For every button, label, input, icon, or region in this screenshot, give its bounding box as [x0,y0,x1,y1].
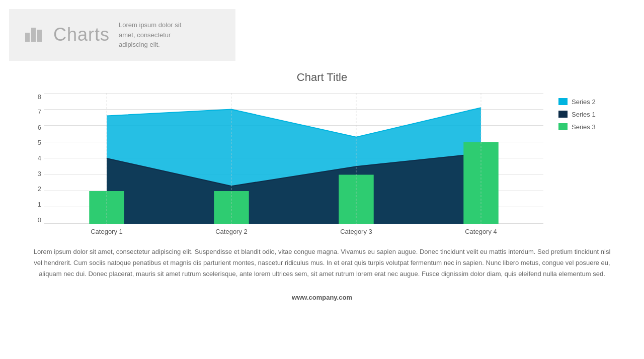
legend-series2-label: Series 2 [572,98,596,106]
legend-series1: Series 1 [558,111,614,118]
y-label-7: 7 [30,108,41,116]
header-banner: Charts Lorem ipsum dolor sit amet, conse… [9,9,235,61]
y-label-1: 1 [30,201,41,208]
y-label-5: 5 [30,139,41,146]
chart-plot [44,93,543,224]
x-label-cat4: Category 4 [419,228,543,235]
chart-svg [44,93,543,224]
legend: Series 2 Series 1 Series 3 [558,93,614,131]
chart-container: 0 1 2 3 4 5 6 7 8 [30,93,543,235]
page-title: Charts [53,24,110,45]
legend-series2: Series 2 [558,98,614,106]
y-axis: 0 1 2 3 4 5 6 7 8 [30,93,44,224]
y-label-6: 6 [30,124,41,131]
chart-inner: 0 1 2 3 4 5 6 7 8 [30,93,543,224]
chart-section: Chart Title 0 1 2 3 4 5 6 7 8 [30,71,614,235]
svg-rect-1 [31,28,36,42]
legend-series3: Series 3 [558,123,614,131]
y-label-2: 2 [30,185,41,193]
x-label-cat3: Category 3 [294,228,419,235]
x-label-cat1: Category 1 [44,228,169,235]
chart-area: 0 1 2 3 4 5 6 7 8 [30,93,614,235]
legend-series1-color [558,111,568,118]
legend-series1-label: Series 1 [572,111,596,118]
x-labels: Category 1 Category 2 Category 3 Categor… [30,228,543,235]
x-label-cat2: Category 2 [169,228,294,235]
y-label-0: 0 [30,216,41,224]
chart-title: Chart Title [30,71,614,84]
legend-series3-label: Series 3 [572,123,596,131]
charts-icon [23,23,44,47]
description-text: Lorem ipsum dolor sit amet, consectetur … [30,246,614,280]
y-label-4: 4 [30,154,41,162]
y-label-8: 8 [30,93,41,101]
footer: www.company.com [0,294,644,310]
header-description: Lorem ipsum dolor sit amet, consectetur … [119,20,199,50]
legend-series3-color [558,123,568,130]
y-label-3: 3 [30,170,41,177]
svg-rect-0 [25,33,30,42]
legend-series2-color [558,98,568,105]
footer-url: www.company.com [292,294,352,301]
svg-rect-2 [37,30,42,42]
